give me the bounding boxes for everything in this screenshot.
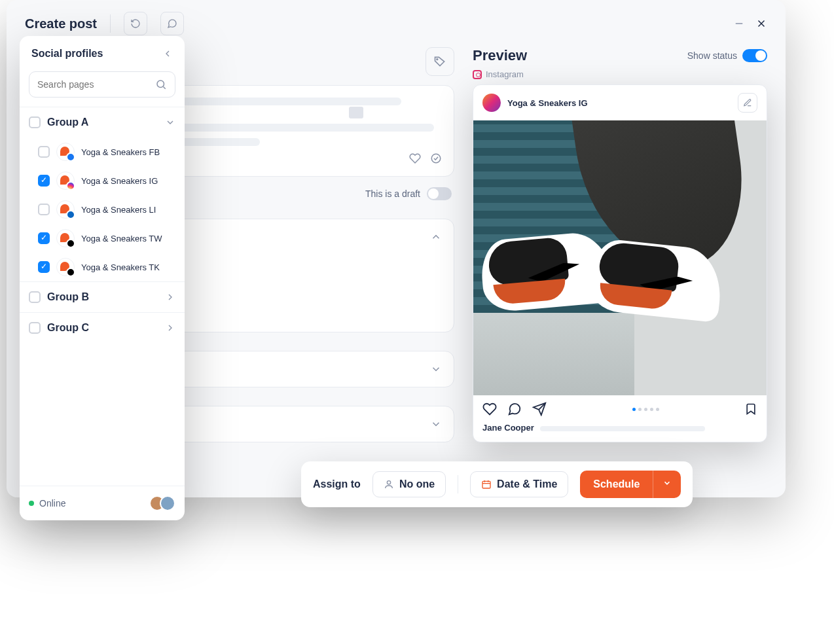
online-avatars[interactable] <box>154 495 175 511</box>
profile-checkbox[interactable] <box>38 261 50 273</box>
chevron-left-icon <box>162 48 173 59</box>
preview-title: Preview <box>473 47 527 64</box>
undo-button[interactable] <box>124 12 147 35</box>
datetime-label: Date & Time <box>497 478 557 490</box>
preview-caption-name: Jane Cooper <box>482 423 534 433</box>
avatar <box>160 495 175 511</box>
svg-point-3 <box>437 59 438 60</box>
instagram-preview-card: Yoga & Sneakers IG <box>473 84 767 442</box>
profile-icon <box>56 200 75 219</box>
close-icon <box>755 18 767 29</box>
profile-label: Yoga & Sneakers IG <box>81 176 158 186</box>
group-header-b[interactable]: Group B <box>20 282 185 312</box>
schedule-button-label: Schedule <box>580 471 653 498</box>
share-icon[interactable] <box>532 402 547 416</box>
profile-icon <box>56 229 75 247</box>
assign-to-label: Assign to <box>313 478 361 490</box>
assignee-value: No one <box>399 478 435 490</box>
chevron-down-icon <box>430 418 442 430</box>
social-profiles-sidebar: Social profiles Group A Yoga & Sneakers … <box>20 36 185 520</box>
search-field[interactable] <box>29 71 175 98</box>
group-a-checkbox[interactable] <box>29 116 41 128</box>
group-b-checkbox[interactable] <box>29 291 41 303</box>
calendar-icon <box>481 479 492 490</box>
group-b-label: Group B <box>47 291 89 303</box>
comment-icon[interactable] <box>507 402 522 416</box>
sidebar-title: Social profiles <box>31 48 103 60</box>
chevron-right-icon <box>165 292 175 302</box>
profile-icon <box>56 258 75 276</box>
profile-checkbox[interactable] <box>38 175 50 187</box>
svg-point-4 <box>431 154 441 163</box>
schedule-button[interactable]: Schedule <box>580 471 681 498</box>
close-button[interactable] <box>755 18 767 29</box>
svg-rect-8 <box>482 481 490 488</box>
undo-icon <box>130 18 141 29</box>
profile-label: Yoga & Sneakers LI <box>81 205 156 215</box>
profile-checkbox[interactable] <box>38 204 50 215</box>
profile-checkbox[interactable] <box>38 146 50 158</box>
draft-label: This is a draft <box>365 188 420 199</box>
schedule-bar: Assign to No one Date & Time Schedule <box>301 461 693 507</box>
chat-icon <box>167 18 177 29</box>
online-indicator <box>29 501 34 506</box>
show-status-label: Show status <box>687 50 737 61</box>
chevron-down-icon <box>430 363 442 375</box>
instagram-icon <box>66 181 75 190</box>
linkedin-icon <box>66 210 75 219</box>
group-c-checkbox[interactable] <box>29 322 41 334</box>
tags-button[interactable] <box>426 47 454 76</box>
image-icon <box>349 107 363 118</box>
minimize-icon <box>733 18 745 29</box>
chevron-up-icon <box>430 231 442 243</box>
collapse-sidebar-button[interactable] <box>162 48 173 59</box>
group-header-c[interactable]: Group C <box>20 313 185 343</box>
check-circle-icon[interactable] <box>430 152 442 164</box>
window-title: Create post <box>25 16 97 31</box>
assignee-button[interactable]: No one <box>372 471 446 497</box>
schedule-dropdown-button[interactable] <box>653 471 681 498</box>
profile-label: Yoga & Sneakers TK <box>81 262 160 272</box>
profile-row[interactable]: Yoga & Sneakers LI <box>20 195 185 224</box>
group-header-a[interactable]: Group A <box>20 107 185 137</box>
chevron-right-icon <box>165 323 175 333</box>
bookmark-icon[interactable] <box>744 402 757 416</box>
profile-checkbox[interactable] <box>38 232 50 244</box>
tag-icon <box>433 55 446 68</box>
datetime-button[interactable]: Date & Time <box>470 471 568 497</box>
group-c-label: Group C <box>47 322 89 334</box>
search-input[interactable] <box>37 79 155 90</box>
svg-point-12 <box>157 80 164 88</box>
profile-row[interactable]: Yoga & Sneakers TK <box>20 253 185 281</box>
profile-row[interactable]: Yoga & Sneakers TW <box>20 224 185 253</box>
profile-row[interactable]: Yoga & Sneakers FB <box>20 137 185 166</box>
divider <box>110 14 111 33</box>
placeholder-line <box>540 426 705 431</box>
group-a-label: Group A <box>47 116 88 128</box>
profile-label: Yoga & Sneakers TW <box>81 234 162 243</box>
show-status-toggle[interactable] <box>742 49 767 62</box>
search-icon <box>155 79 167 90</box>
person-icon <box>384 479 394 490</box>
edit-preview-button[interactable] <box>738 93 757 113</box>
instagram-icon <box>473 70 482 79</box>
chevron-down-icon <box>165 117 175 128</box>
profile-label: Yoga & Sneakers FB <box>81 147 160 157</box>
tiktok-icon <box>66 268 75 277</box>
profile-icon <box>56 143 75 161</box>
svg-line-13 <box>163 86 165 88</box>
profile-icon <box>56 171 75 190</box>
avatar <box>482 94 501 112</box>
comments-button[interactable] <box>160 12 184 35</box>
svg-point-7 <box>387 481 390 484</box>
preview-platform-label: Instagram <box>486 69 524 79</box>
profile-row[interactable]: Yoga & Sneakers IG <box>20 166 185 195</box>
minimize-button[interactable] <box>733 18 745 29</box>
divider <box>458 475 458 493</box>
chevron-down-icon <box>662 478 672 488</box>
heart-icon[interactable] <box>482 402 497 416</box>
carousel-indicator <box>632 408 659 411</box>
heart-icon[interactable] <box>409 152 421 164</box>
draft-toggle[interactable] <box>427 187 452 200</box>
online-label: Online <box>39 498 65 509</box>
